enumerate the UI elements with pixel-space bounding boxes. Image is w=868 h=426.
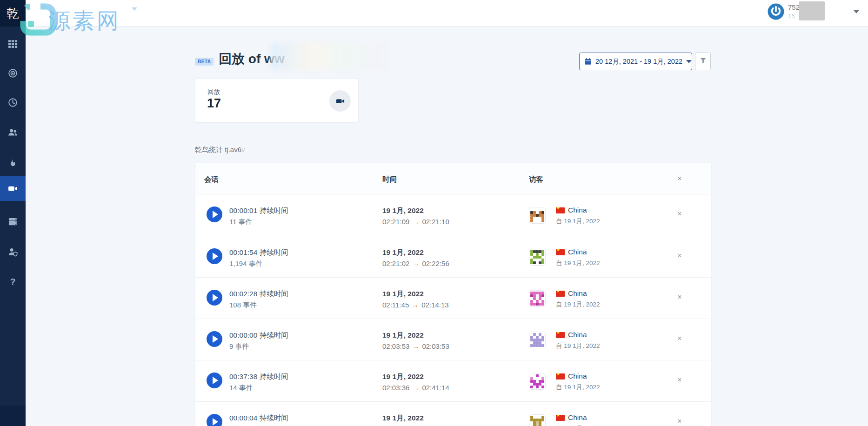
- visitor-identicon: [529, 249, 546, 266]
- session-duration: 00:02:28 持续时间: [229, 289, 288, 299]
- visitor-country: China: [568, 289, 587, 298]
- visitor-country-line: China: [556, 331, 600, 339]
- sidebar-item-visitors[interactable]: [0, 120, 26, 145]
- sidebar-item-behaviour[interactable]: [0, 150, 26, 175]
- china-flag-icon: [556, 415, 565, 421]
- session-date: 19 1月, 2022: [382, 206, 449, 215]
- session-events: 9 事件: [229, 342, 288, 351]
- session-date: 19 1月, 2022: [382, 248, 449, 257]
- user-menu-caret-icon[interactable]: [853, 10, 860, 13]
- table-row: 00:00:04 持续时间14 事件19 1月, 202201:09:38→01…: [195, 401, 711, 426]
- table-row: 00:00:00 持续时间9 事件19 1月, 202202:03:53→02:…: [195, 319, 711, 360]
- table-row: 00:37:38 持续时间14 事件19 1月, 202202:03:36→02…: [195, 360, 711, 401]
- session-cell: 00:00:01 持续时间11 事件: [229, 206, 288, 226]
- date-range-selector[interactable]: 20 12月, 2021 - 19 1月, 2022: [579, 53, 692, 70]
- sidebar-item-help[interactable]: ?: [0, 269, 26, 294]
- visitor-country-line: China: [556, 372, 600, 380]
- time-start: 02:11:45: [382, 301, 409, 309]
- delete-session-button[interactable]: ×: [675, 376, 684, 384]
- chevron-down-icon: [686, 60, 692, 63]
- column-header-session: 会话: [204, 175, 219, 185]
- visitor-info: China自 19 1月, 2022: [556, 331, 600, 350]
- delete-session-button[interactable]: ×: [675, 293, 684, 301]
- sidebar-item-session-recordings[interactable]: [0, 176, 26, 201]
- play-button[interactable]: [207, 248, 222, 264]
- arrow-right-icon: →: [412, 342, 419, 350]
- title-redaction-blur: [271, 43, 387, 70]
- sidebar-item-platform[interactable]: [0, 209, 26, 234]
- visitor-country: China: [568, 413, 587, 422]
- time-cell: 19 1月, 202202:11:45→02:14:13: [382, 289, 449, 310]
- china-flag-icon: [556, 332, 565, 338]
- visitor-info: China自 19 1月, 2022: [556, 413, 600, 426]
- session-events: 11 事件: [229, 217, 288, 226]
- svg-text:?: ?: [10, 276, 16, 286]
- site-selector-caret-icon[interactable]: [132, 7, 137, 11]
- session-date: 19 1月, 2022: [382, 372, 449, 381]
- sidebar-item-goals[interactable]: [0, 60, 26, 86]
- session-date: 19 1月, 2022: [382, 331, 449, 340]
- user-shield-icon: [7, 246, 18, 257]
- sessions-table: 会话 时间 访客 × 00:00:01 持续时间11 事件19 1月, 2022…: [195, 163, 711, 426]
- visitor-country: China: [568, 372, 587, 380]
- delete-session-button[interactable]: ×: [675, 210, 684, 218]
- summary-value: 17: [207, 96, 221, 111]
- visitor-country-line: China: [556, 413, 600, 422]
- visitor-cell: China自 19 1月, 2022: [529, 289, 600, 309]
- site-section-label: 乾鸟统计 tj.av6v: [195, 146, 245, 154]
- time-start: 02:03:36: [382, 384, 409, 392]
- visitor-country: China: [568, 206, 587, 214]
- sidebar-item-visits-log[interactable]: [0, 90, 26, 115]
- visitor-info: China自 19 1月, 2022: [556, 206, 600, 226]
- visitor-since: 自 19 1月, 2022: [556, 300, 600, 309]
- calendar-icon: [584, 58, 592, 65]
- question-icon: ?: [7, 276, 18, 287]
- visits-count: 752: [788, 3, 800, 11]
- session-cell: 00:01:54 持续时间1,194 事件: [229, 248, 288, 268]
- play-button[interactable]: [207, 331, 222, 347]
- session-events: 1,194 事件: [229, 259, 288, 268]
- video-camera-icon: [7, 183, 18, 194]
- flame-icon: [7, 158, 18, 168]
- replays-summary-card: 回放 17: [195, 79, 359, 122]
- play-button[interactable]: [207, 206, 222, 222]
- visitor-country-line: China: [556, 206, 600, 214]
- visitor-since: 自 19 1月, 2022: [556, 383, 600, 392]
- china-flag-icon: [556, 373, 565, 379]
- app-logo[interactable]: 乾: [0, 0, 26, 27]
- sidebar-item-privacy-admin[interactable]: [0, 239, 26, 264]
- visitor-since: 自 19 1月, 2022: [556, 217, 600, 226]
- session-date: 19 1月, 2022: [382, 413, 449, 423]
- visitor-info: China自 19 1月, 2022: [556, 289, 600, 309]
- segment-filter-button[interactable]: [695, 53, 711, 70]
- column-header-visitor: 访客: [529, 175, 543, 185]
- visitor-since: 自 19 1月, 2022: [556, 342, 600, 350]
- delete-session-button[interactable]: ×: [675, 334, 684, 343]
- play-button[interactable]: [207, 290, 222, 306]
- time-start: 02:21:02: [382, 260, 409, 267]
- session-date: 19 1月, 2022: [382, 289, 449, 299]
- session-time-range: 02:11:45→02:14:13: [382, 300, 449, 310]
- session-cell: 00:02:28 持续时间108 事件: [229, 289, 288, 310]
- visitor-cell: China自 19 1月, 2022: [529, 372, 600, 392]
- table-close-icon[interactable]: ×: [675, 174, 684, 182]
- visits-secondary-count: 15: [788, 13, 795, 20]
- sidebar-item-dashboard[interactable]: [0, 31, 26, 56]
- play-button[interactable]: [207, 373, 222, 388]
- session-time-range: 02:21:09→02:21:10: [382, 217, 449, 226]
- grid-icon: [7, 39, 18, 49]
- delete-session-button[interactable]: ×: [675, 417, 684, 426]
- power-logo-icon: [767, 3, 785, 20]
- play-button[interactable]: [207, 414, 222, 426]
- beta-badge: BETA: [195, 58, 214, 66]
- visitor-identicon: [529, 207, 546, 224]
- delete-session-button[interactable]: ×: [675, 252, 684, 260]
- funnel-icon: [700, 57, 707, 66]
- visitor-cell: China自 19 1月, 2022: [529, 248, 600, 267]
- visitor-info: China自 19 1月, 2022: [556, 372, 600, 392]
- china-flag-icon: [556, 207, 565, 213]
- table-body: 00:00:01 持续时间11 事件19 1月, 202202:21:09→02…: [195, 194, 711, 426]
- time-cell: 19 1月, 202202:21:02→02:22:56: [382, 248, 449, 268]
- session-time-range: 02:03:36→02:41:14: [382, 383, 449, 393]
- session-events: 14 事件: [229, 383, 288, 393]
